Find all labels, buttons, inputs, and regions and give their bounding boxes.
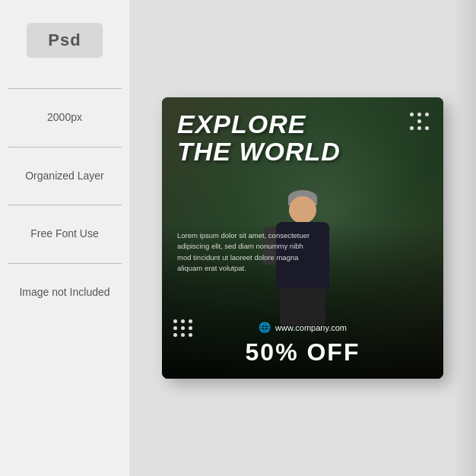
- dot: [410, 113, 414, 116]
- dot: [189, 326, 192, 330]
- main-area: EXPLORE THE WORLD Lorem ipsum dolor sit …: [129, 0, 476, 476]
- organized-layer-label: Organized Layer: [8, 155, 122, 198]
- dot: [189, 333, 192, 337]
- poster-title: EXPLORE THE WORLD: [177, 111, 428, 165]
- dot: [417, 113, 421, 116]
- dot: [410, 126, 414, 130]
- card-content: EXPLORE THE WORLD Lorem ipsum dolor sit …: [162, 97, 443, 379]
- poster-card: EXPLORE THE WORLD Lorem ipsum dolor sit …: [162, 97, 443, 379]
- dot: [173, 326, 177, 330]
- dot: [425, 126, 429, 130]
- dot: [173, 319, 177, 323]
- website-text: www.company.com: [275, 323, 347, 332]
- dot: [181, 333, 185, 337]
- divider-4: [8, 263, 122, 264]
- divider-2: [8, 147, 122, 148]
- globe-icon: 🌐: [259, 322, 271, 333]
- discount-text: 50% OFF: [162, 338, 443, 367]
- dot: [425, 113, 429, 116]
- dot: [181, 326, 185, 330]
- sidebar: Psd 2000px Organized Layer Free Font Use…: [0, 0, 129, 476]
- image-not-included-label: Image not Included: [8, 271, 122, 314]
- dot: [189, 319, 192, 323]
- dot: [417, 119, 421, 123]
- website-row: 🌐 www.company.com: [162, 322, 443, 333]
- divider-1: [8, 88, 122, 89]
- dot: [181, 319, 185, 323]
- divider-3: [8, 205, 122, 205]
- dots-bottom-left: [173, 319, 193, 337]
- dots-top-right: [410, 113, 430, 130]
- dot: [417, 126, 421, 130]
- title-line1: EXPLORE: [177, 111, 428, 138]
- dot: [173, 333, 177, 337]
- resolution-label: 2000px: [8, 97, 122, 139]
- free-font-label: Free Font Use: [8, 213, 122, 255]
- psd-badge: Psd: [27, 23, 102, 58]
- body-text: Lorem ipsum dolor sit amet, consectetuer…: [177, 230, 314, 274]
- title-line2: THE WORLD: [177, 138, 428, 166]
